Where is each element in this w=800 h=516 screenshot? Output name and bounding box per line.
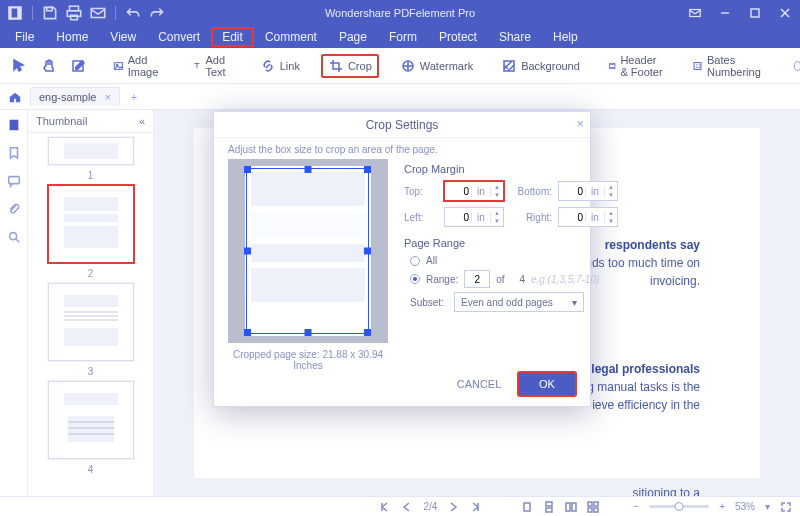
crop-box[interactable] — [246, 168, 369, 334]
crop-preview[interactable] — [228, 159, 388, 343]
crop-handle-t[interactable] — [304, 166, 311, 173]
edit-tool-icon[interactable] — [66, 54, 92, 78]
header-footer-button[interactable]: Header & Footer — [601, 50, 671, 82]
svg-rect-40 — [524, 503, 530, 511]
print-icon[interactable] — [65, 4, 83, 22]
menu-home[interactable]: Home — [45, 27, 99, 47]
view-facing-icon[interactable] — [565, 501, 577, 513]
side-tool-strip — [0, 110, 28, 496]
titlebar-mail-icon[interactable] — [680, 0, 710, 26]
svg-rect-45 — [588, 502, 592, 506]
crop-handle-b[interactable] — [304, 329, 311, 336]
crop-handle-bl[interactable] — [244, 329, 251, 336]
menu-view[interactable]: View — [99, 27, 147, 47]
svg-rect-23 — [8, 177, 19, 184]
crop-button[interactable]: Crop — [321, 54, 379, 78]
title-bar: Wondershare PDFelement Pro — [0, 0, 800, 26]
svg-rect-48 — [594, 508, 598, 512]
page-thumb-2[interactable] — [48, 185, 134, 263]
menu-help[interactable]: Help — [542, 27, 589, 47]
zoom-in-icon[interactable]: + — [719, 501, 725, 512]
menu-comment[interactable]: Comment — [254, 27, 328, 47]
thumbnail-panel: Thumbnail« 1 2 3 4 — [28, 110, 154, 496]
range-input[interactable] — [464, 270, 490, 288]
home-tab-icon[interactable] — [4, 90, 26, 104]
page-thumb-4[interactable] — [48, 381, 134, 459]
margin-right-input[interactable]: in▲▼ — [558, 207, 618, 227]
thumbnail-panel-icon[interactable] — [7, 118, 21, 134]
menu-share[interactable]: Share — [488, 27, 542, 47]
add-tab-icon[interactable]: + — [124, 87, 144, 107]
page-range-group: Page Range — [404, 237, 618, 249]
add-text-button[interactable]: Add Text — [185, 50, 239, 82]
zoom-dropdown-icon[interactable]: ▾ — [765, 501, 770, 512]
document-tabs: eng-sample× + — [0, 84, 800, 110]
mail-icon[interactable] — [89, 4, 107, 22]
fullscreen-icon[interactable] — [780, 501, 792, 513]
crop-handle-l[interactable] — [244, 248, 251, 255]
dialog-title: Crop Settings — [366, 118, 439, 132]
zoom-slider[interactable] — [649, 505, 709, 508]
crop-handle-tl[interactable] — [244, 166, 251, 173]
crop-margin-group: Crop Margin — [404, 163, 618, 175]
menu-convert[interactable]: Convert — [147, 27, 211, 47]
crop-settings-dialog: Crop Settings× Adjust the box size to cr… — [213, 111, 591, 407]
save-icon[interactable] — [41, 4, 59, 22]
maximize-icon[interactable] — [740, 0, 770, 26]
range-all-radio[interactable]: All — [410, 255, 618, 266]
margin-left-input[interactable]: in▲▼ — [444, 207, 504, 227]
crop-handle-br[interactable] — [364, 329, 371, 336]
thumbnail-collapse-icon[interactable]: « — [139, 115, 145, 127]
menu-page[interactable]: Page — [328, 27, 378, 47]
page-nav-prev-icon[interactable] — [401, 501, 413, 513]
crop-handle-r[interactable] — [364, 248, 371, 255]
link-button[interactable]: Link — [253, 54, 307, 78]
zoom-out-icon[interactable]: − — [633, 501, 639, 512]
svg-rect-4 — [71, 15, 78, 20]
view-facing-cont-icon[interactable] — [587, 501, 599, 513]
tab-close-icon[interactable]: × — [104, 91, 110, 103]
menu-file[interactable]: File — [4, 27, 45, 47]
watermark-button[interactable]: Watermark — [393, 54, 480, 78]
menu-edit[interactable]: Edit — [211, 27, 254, 47]
svg-rect-42 — [546, 508, 552, 512]
hand-tool-icon[interactable] — [36, 54, 62, 78]
select-tool-icon[interactable] — [6, 54, 32, 78]
svg-rect-46 — [594, 502, 598, 506]
page-thumb-1[interactable] — [48, 137, 134, 165]
dialog-caption: Adjust the box size to crop an area of t… — [214, 138, 590, 157]
search-panel-icon[interactable] — [7, 230, 21, 246]
menu-protect[interactable]: Protect — [428, 27, 488, 47]
page-nav-next-icon[interactable] — [447, 501, 459, 513]
add-image-button[interactable]: Add Image — [106, 50, 171, 82]
doc-tab[interactable]: eng-sample× — [30, 87, 120, 106]
margin-bottom-input[interactable]: in▲▼ — [558, 181, 618, 201]
svg-rect-28 — [64, 214, 118, 222]
range-custom-radio[interactable]: Range: of 4 e.g.(1,3,5,7-10) — [410, 270, 618, 288]
page-nav-first-icon[interactable] — [379, 501, 391, 513]
svg-rect-34 — [64, 328, 118, 346]
crop-handle-tr[interactable] — [364, 166, 371, 173]
page-nav-last-icon[interactable] — [469, 501, 481, 513]
view-continuous-icon[interactable] — [543, 501, 555, 513]
subset-select[interactable]: Even and odd pages▾ — [454, 292, 584, 312]
redo-icon[interactable] — [148, 4, 166, 22]
bates-button[interactable]: 12Bates Numbering — [685, 50, 773, 82]
page-thumb-3[interactable] — [48, 283, 134, 361]
close-icon[interactable] — [770, 0, 800, 26]
menu-bar: File Home View Convert Edit Comment Page… — [0, 26, 800, 48]
dialog-close-icon[interactable]: × — [576, 116, 584, 131]
cancel-button[interactable]: CANCEL — [450, 372, 508, 396]
bookmark-panel-icon[interactable] — [7, 146, 21, 162]
view-single-icon[interactable] — [521, 501, 533, 513]
line-mode-radio[interactable]: Line Mode — [787, 50, 800, 82]
minimize-icon[interactable] — [710, 0, 740, 26]
ok-button[interactable]: OK — [518, 372, 576, 396]
margin-top-input[interactable]: in▲▼ — [444, 181, 504, 201]
undo-icon[interactable] — [124, 4, 142, 22]
menu-form[interactable]: Form — [378, 27, 428, 47]
attachment-panel-icon[interactable] — [7, 202, 21, 218]
background-button[interactable]: Background — [494, 54, 587, 78]
annotation-panel-icon[interactable] — [7, 174, 21, 190]
svg-rect-47 — [588, 508, 592, 512]
